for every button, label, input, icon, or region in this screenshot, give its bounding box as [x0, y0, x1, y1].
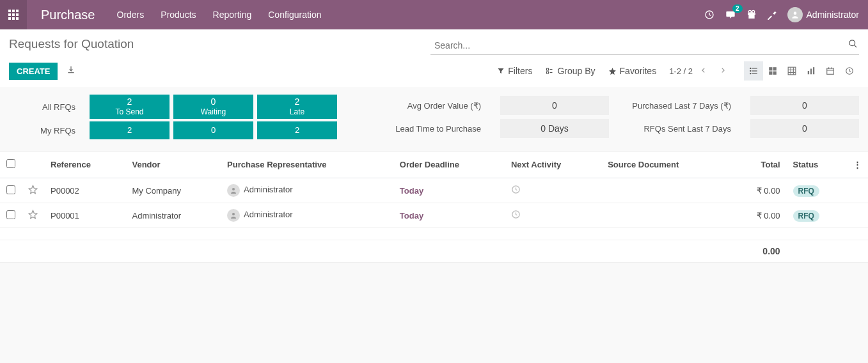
chevron-right-icon [720, 66, 726, 74]
search-icon[interactable] [848, 39, 858, 51]
favorites-button[interactable]: Favorites [608, 66, 657, 76]
list-area: Reference Vendor Purchase Representative… [0, 151, 868, 263]
apps-icon [8, 10, 19, 20]
apps-menu-button[interactable] [0, 0, 27, 29]
pager-prev[interactable] [695, 64, 712, 79]
list-icon [748, 66, 759, 75]
col-status[interactable]: Status [787, 151, 847, 178]
search-input[interactable] [430, 36, 859, 54]
cell-total: ₹ 0.00 [730, 178, 787, 203]
app-brand[interactable]: Purchase [27, 8, 109, 22]
star-outline-icon [28, 185, 38, 194]
rfq-tosend-all[interactable]: 2To Send [90, 95, 170, 119]
view-kanban-button[interactable] [763, 61, 782, 81]
svg-point-14 [752, 10, 754, 13]
kpi-avg-value: 0 [500, 96, 609, 115]
gift-icon[interactable] [746, 10, 757, 20]
col-options[interactable]: ⋮ [847, 151, 868, 178]
status-badge: RFQ [793, 210, 819, 222]
stats-strip: All RFQs 2To Send 0Waiting 2Late My RFQs… [0, 87, 868, 151]
view-calendar-button[interactable] [821, 61, 840, 81]
rfq-summary: All RFQs 2To Send 0Waiting 2Late My RFQs… [9, 95, 337, 139]
col-reference[interactable]: Reference [44, 151, 125, 178]
row-star[interactable] [22, 203, 44, 228]
pivot-icon [787, 66, 796, 75]
all-rfqs-label[interactable]: All RFQs [9, 95, 86, 119]
filters-button[interactable]: Filters [497, 66, 532, 76]
row-star[interactable] [22, 178, 44, 203]
view-graph-button[interactable] [801, 61, 821, 81]
cell-reference: P00001 [44, 203, 125, 228]
nav-configuration[interactable]: Configuration [260, 2, 329, 27]
messages-icon[interactable]: 2 [725, 10, 736, 20]
page-title: Requests for Quotation [9, 36, 134, 55]
rfq-late-my[interactable]: 2 [257, 121, 337, 139]
svg-rect-23 [752, 70, 757, 71]
table-filler [0, 228, 868, 240]
user-menu[interactable]: Administrator [787, 7, 859, 22]
cell-vendor: My Company [125, 178, 221, 203]
row-checkbox[interactable] [6, 185, 15, 194]
cell-activity[interactable] [505, 203, 601, 228]
cell-rep: Administrator [221, 178, 393, 203]
my-rfqs-label[interactable]: My RFQs [9, 121, 86, 139]
row-checkbox[interactable] [6, 210, 15, 219]
cell-activity[interactable] [505, 178, 601, 203]
svg-rect-21 [752, 68, 757, 68]
rfq-waiting-my[interactable]: 0 [173, 121, 253, 139]
clock-outline-icon [845, 66, 854, 75]
cell-deadline: Today [393, 203, 505, 228]
cell-status: RFQ [787, 203, 847, 228]
filter-icon [497, 67, 505, 75]
sub-header: Requests for Quotation CREATE Filters Gr… [0, 29, 868, 87]
rfq-waiting-all[interactable]: 0Waiting [173, 95, 253, 119]
activity-clock-icon [511, 187, 521, 196]
svg-rect-33 [813, 67, 814, 74]
pager-next[interactable] [714, 64, 731, 79]
col-deadline[interactable]: Order Deadline [393, 151, 505, 178]
star-icon [608, 67, 617, 75]
nav-reporting[interactable]: Reporting [205, 2, 260, 27]
svg-point-16 [849, 40, 855, 45]
select-all-checkbox[interactable] [6, 159, 15, 168]
view-list-button[interactable] [744, 61, 763, 81]
svg-rect-17 [68, 72, 74, 73]
kpi-lead-value: 0 Days [500, 119, 609, 138]
graph-icon [807, 66, 816, 75]
rfq-tosend-my[interactable]: 2 [90, 121, 170, 139]
col-activity[interactable]: Next Activity [505, 151, 601, 178]
col-source[interactable]: Source Document [601, 151, 730, 178]
activity-icon[interactable] [704, 10, 714, 20]
table-row[interactable]: P00002My CompanyAdministratorToday₹ 0.00… [0, 178, 868, 203]
svg-rect-19 [547, 72, 549, 73]
star-outline-icon [28, 210, 38, 219]
svg-point-36 [232, 188, 235, 190]
nav-products[interactable]: Products [153, 2, 203, 27]
svg-rect-28 [769, 72, 772, 75]
svg-rect-3 [8, 13, 11, 16]
kpi-lead-label: Lead Time to Purchase [363, 124, 496, 134]
svg-rect-6 [8, 17, 11, 20]
view-pivot-button[interactable] [782, 61, 801, 81]
cell-source [601, 178, 730, 203]
kpi-block: Avg Order Value (₹) 0 Purchased Last 7 D… [363, 95, 859, 139]
tools-icon[interactable] [767, 10, 777, 20]
svg-rect-26 [769, 67, 772, 70]
kpi-p7-value: 0 [750, 96, 859, 115]
col-total[interactable]: Total [730, 151, 787, 178]
rfq-late-all[interactable]: 2Late [257, 95, 337, 119]
svg-point-38 [232, 213, 235, 215]
view-activity-button[interactable] [840, 61, 859, 81]
pager-text[interactable]: 1-2 / 2 [669, 66, 693, 76]
create-button[interactable]: CREATE [9, 63, 58, 80]
groupby-button[interactable]: Group By [545, 66, 595, 76]
nav-orders[interactable]: Orders [109, 2, 152, 27]
col-rep[interactable]: Purchase Representative [221, 151, 393, 178]
table-row[interactable]: P00001AdministratorAdministratorToday₹ 0… [0, 203, 868, 228]
col-vendor[interactable]: Vendor [125, 151, 221, 178]
download-button[interactable] [67, 65, 75, 77]
chevron-left-icon [700, 66, 707, 74]
kpi-avg-label: Avg Order Value (₹) [363, 101, 496, 111]
top-bar: Purchase Orders Products Reporting Confi… [0, 0, 868, 29]
svg-rect-30 [788, 67, 796, 75]
